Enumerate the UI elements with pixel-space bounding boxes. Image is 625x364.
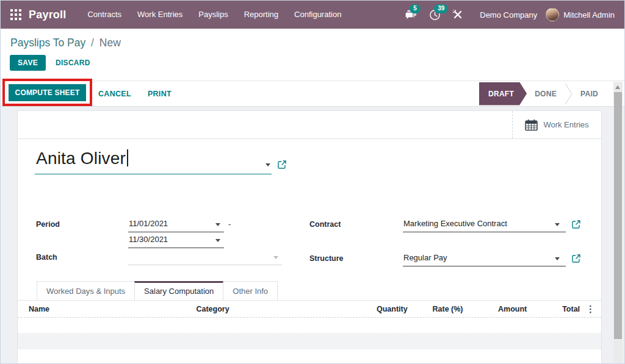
messages-button[interactable]: 5 (399, 1, 423, 29)
tab-worked-days-inputs[interactable]: Worked Days & Inputs (37, 281, 134, 301)
scrollbar-thumb[interactable] (614, 92, 622, 339)
batch-label: Batch (36, 253, 128, 265)
compute-sheet-button[interactable]: COMPUTE SHEET (9, 84, 87, 101)
user-name: Mitchell Admin (563, 10, 615, 20)
contract-input[interactable]: Marketing Executive Contract (403, 219, 566, 232)
work-entries-label: Work Entries (543, 120, 588, 129)
text-cursor (127, 149, 128, 166)
main-menu: Contracts Work Entries Payslips Reportin… (79, 1, 349, 29)
apps-menu-icon[interactable] (10, 9, 21, 20)
col-category[interactable]: Category (196, 305, 318, 313)
avatar (546, 8, 559, 21)
contract-caret-icon[interactable] (555, 223, 560, 226)
menu-contracts[interactable]: Contracts (79, 1, 129, 29)
structure-caret-icon[interactable] (555, 257, 560, 260)
breadcrumb: Payslips To Pay / New (1, 29, 624, 49)
top-navbar: Payroll Contracts Work Entries Payslips … (1, 1, 624, 29)
field-column-right: Contract Marketing Executive Contract (309, 216, 602, 266)
employee-external-link-icon[interactable] (278, 160, 286, 169)
kebab-icon: ⋮ (586, 304, 595, 314)
employee-name-value[interactable]: Anita Oliver (36, 149, 126, 168)
table-row[interactable] (18, 334, 601, 349)
state-done[interactable]: DONE (527, 82, 565, 105)
activities-badge: 39 (434, 4, 448, 13)
period-from-row: Period 11/01/2021 - (36, 216, 311, 232)
state-draft[interactable]: DRAFT (479, 82, 527, 105)
tab-other-info[interactable]: Other Info (223, 281, 278, 301)
print-button[interactable]: PRINT (148, 90, 172, 98)
contract-external-link-icon[interactable] (572, 220, 580, 229)
menu-reporting[interactable]: Reporting (236, 1, 286, 29)
tab-salary-computation[interactable]: Salary Computation (134, 281, 223, 301)
structure-external-link-icon[interactable] (572, 254, 580, 263)
work-entries-button[interactable]: Work Entries (512, 111, 601, 138)
button-box: Work Entries (18, 111, 601, 139)
company-switcher[interactable]: Demo Company (469, 10, 546, 20)
structure-label: Structure (309, 254, 403, 266)
period-to-caret-icon[interactable] (215, 239, 220, 242)
form-statusbar: COMPUTE SHEET CANCEL PRINT DRAFT DONE PA… (1, 80, 624, 107)
col-rate[interactable]: Rate (%) (408, 305, 463, 313)
breadcrumb-parent-link[interactable]: Payslips To Pay (10, 37, 85, 49)
batch-row: Batch (36, 248, 311, 265)
batch-caret-icon[interactable] (273, 256, 278, 259)
control-panel: Payslips To Pay / New SAVE DISCARD (1, 29, 624, 80)
messages-badge: 5 (410, 4, 421, 13)
debug-tools-button[interactable] (447, 1, 469, 29)
employee-name-field[interactable]: Anita Oliver (35, 149, 272, 174)
form-content: Work Entries Anita Oliver Period (1, 107, 624, 364)
app-name[interactable]: Payroll (29, 9, 66, 21)
period-to-row: 11/30/2021 (36, 232, 311, 248)
col-quantity[interactable]: Quantity (318, 305, 408, 313)
menu-payslips[interactable]: Payslips (190, 1, 236, 29)
form-buttons: SAVE DISCARD (10, 55, 624, 71)
table-header-row: Name Category Quantity Rate (%) Amount T… (18, 301, 601, 318)
col-total[interactable]: Total (527, 305, 580, 313)
row-spacer (309, 232, 602, 249)
status-widget: DRAFT DONE PAID (479, 82, 606, 105)
period-from-caret-icon[interactable] (215, 223, 220, 226)
col-amount[interactable]: Amount (463, 305, 527, 313)
breadcrumb-current: New (99, 37, 121, 49)
employee-dropdown-caret-icon[interactable] (266, 163, 270, 166)
cancel-button[interactable]: CANCEL (98, 90, 131, 98)
save-button[interactable]: SAVE (10, 55, 46, 71)
period-from-input[interactable]: 11/01/2021 (128, 219, 224, 232)
user-menu[interactable]: Mitchell Admin (546, 8, 616, 21)
col-name[interactable]: Name (29, 305, 196, 313)
period-range-separator: - (228, 219, 231, 229)
table-row[interactable] (18, 318, 601, 334)
optional-columns-button[interactable]: ⋮ (580, 304, 601, 314)
red-highlight-annotation: COMPUTE SHEET (2, 79, 92, 106)
payslip-form-sheet: Work Entries Anita Oliver Period (17, 110, 602, 364)
discard-button[interactable]: DISCARD (56, 59, 90, 67)
menu-work-entries[interactable]: Work Entries (129, 1, 190, 29)
table-row[interactable] (18, 349, 601, 364)
calendar-icon (525, 119, 538, 131)
structure-row: Structure Regular Pay (309, 249, 602, 266)
period-to-input[interactable]: 11/30/2021 (128, 235, 224, 248)
menu-configuration[interactable]: Configuration (286, 1, 349, 29)
structure-input[interactable]: Regular Pay (403, 253, 566, 266)
chevron-separator-icon (565, 82, 573, 105)
vertical-scrollbar[interactable] (613, 82, 623, 363)
payroll-app-window: Payroll Contracts Work Entries Payslips … (0, 0, 625, 364)
notebook-tabs: Worked Days & Inputs Salary Computation … (37, 281, 278, 301)
period-to-label-spacer (36, 244, 128, 248)
batch-input[interactable] (128, 252, 282, 265)
contract-row: Contract Marketing Executive Contract (309, 216, 602, 232)
breadcrumb-separator: / (89, 37, 96, 49)
field-column-left: Period 11/01/2021 - 11/30/2021 (36, 216, 311, 265)
tools-icon (453, 10, 463, 20)
activities-button[interactable]: 39 (423, 1, 447, 29)
navbar-systray: 5 39 Demo Company (399, 1, 616, 29)
contract-label: Contract (309, 220, 403, 232)
period-label: Period (36, 220, 128, 232)
state-paid[interactable]: PAID (573, 82, 606, 105)
scroll-up-arrow-icon[interactable] (615, 85, 620, 89)
salary-lines-table: Name Category Quantity Rate (%) Amount T… (18, 301, 601, 364)
